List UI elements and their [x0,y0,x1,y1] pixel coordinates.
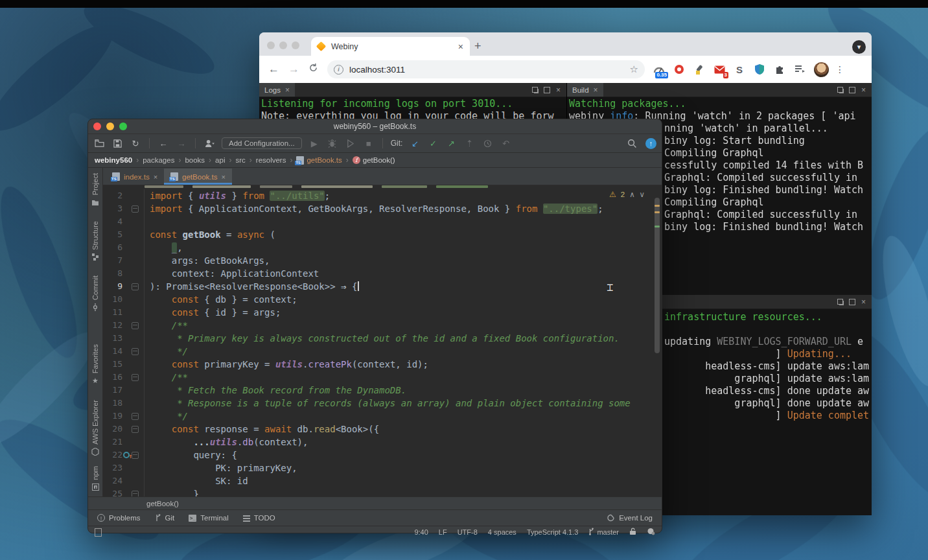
gutter-fold-column[interactable] [122,319,145,332]
sidebar-item-favorites[interactable]: Favorites★ [88,344,102,384]
sidebar-item-structure[interactable]: Structure [88,221,102,261]
toolwindow-button-git[interactable]: Git [155,514,175,522]
build-float-icon[interactable] [837,87,843,93]
logs-pane-tab[interactable]: Logs × [259,83,295,97]
toolwindow-button-problems[interactable]: !Problems [97,514,141,522]
sidebar-item-aws-explorer[interactable]: AWS Explorer [88,400,102,456]
code-line[interactable]: 8 context: ApplicationContext [103,267,662,280]
next-problem-icon[interactable]: ∨ [640,190,645,199]
editor-scrollbar[interactable] [655,198,660,353]
user-profile-icon[interactable] [203,137,215,149]
save-icon[interactable] [111,137,123,149]
code-line[interactable]: 14 */ [103,345,662,358]
code-editor[interactable]: 2import { utils } from "../utils";3impor… [103,185,662,496]
status-line-separator[interactable]: LF [439,528,447,536]
fold-toggle-icon[interactable] [132,413,139,420]
breadcrumb-item-src[interactable]: src [235,156,245,164]
tab-close-icon[interactable]: × [221,173,225,181]
git-history-icon[interactable] [481,137,493,149]
status-indent-style[interactable]: 4 spaces [488,528,516,536]
git-cherry-pick-icon[interactable]: ⇡ [463,137,475,149]
gutter-fold-column[interactable] [122,241,145,254]
fold-toggle-icon[interactable] [132,374,139,381]
red-circle-extension-icon[interactable] [673,63,686,76]
build-maximize-icon[interactable] [849,87,855,93]
toolwindow-button-todo[interactable]: TODO [243,514,275,522]
browser-zoom-button[interactable] [292,41,299,49]
gutter-fold-column[interactable] [122,449,145,461]
fold-toggle-icon[interactable] [132,426,139,433]
tab-close-icon[interactable]: × [458,42,463,51]
logs-maximize-icon[interactable] [544,87,550,93]
navigate-forward-icon[interactable]: → [176,137,187,149]
sidebar-item-npm[interactable]: npm [88,466,102,491]
code-line[interactable]: 5const getBook = async ( [103,228,662,241]
gutter-fold-column[interactable] [122,267,145,280]
logs-float-icon[interactable] [532,87,538,93]
run-icon[interactable]: ▶ [308,137,320,149]
bookmark-star-icon[interactable]: ☆ [630,64,638,75]
gutter-fold-column[interactable] [122,384,145,397]
breadcrumb-item-resolvers[interactable]: resolvers [256,156,286,164]
gutter-fold-column[interactable] [122,189,145,202]
prev-problem-icon[interactable]: ∧ [629,190,634,199]
code-line[interactable]: 18 * Response is a tuple of records (alw… [103,397,662,410]
browser-menu-icon[interactable]: ⋮ [835,64,844,75]
git-branch-widget[interactable]: master [588,528,619,537]
status-file-encoding[interactable]: UTF-8 [458,528,478,536]
back-icon[interactable]: ← [268,63,279,76]
build-tab-close-icon[interactable]: × [594,86,598,95]
gutter-fold-column[interactable] [122,410,145,423]
fold-toggle-icon[interactable] [132,452,139,459]
new-tab-button[interactable]: + [474,41,481,51]
status-typescript-version[interactable]: TypeScript 4.1.3 [527,528,579,536]
code-line[interactable]: 15 const primaryKey = utils.createPk(con… [103,358,662,371]
code-line[interactable]: 10 const { db } = context; [103,293,662,306]
run-with-coverage-icon[interactable] [345,137,356,149]
gutter-fold-column[interactable] [122,436,145,449]
toolwindow-button-terminal[interactable]: >_Terminal [189,514,228,522]
git-push-icon[interactable]: ↗ [445,137,457,149]
gutter-fold-column[interactable] [122,202,145,215]
infra-maximize-icon[interactable] [849,299,855,305]
ide-title-bar[interactable]: webiny560 – getBook.ts [88,119,662,134]
build-close-icon[interactable]: × [861,88,866,93]
ide-update-notification-icon[interactable]: ↑ [645,138,656,149]
fold-toggle-icon[interactable] [132,491,139,497]
lock-icon[interactable] [629,528,636,537]
sidebar-item-project[interactable]: Project [88,173,102,206]
logs-tab-close-icon[interactable]: × [285,86,290,95]
gutter-fold-column[interactable] [122,461,145,474]
editor-tab-index.ts[interactable]: index.ts× [106,169,164,185]
gutter-fold-column[interactable] [122,474,145,487]
editor-tab-getBook.ts[interactable]: getBook.ts× [164,169,232,185]
gutter-fold-column[interactable] [122,280,145,293]
breadcrumb-item-books[interactable]: books [185,156,205,164]
code-line[interactable]: 7 args: GetBookArgs, [103,254,662,267]
gutter-fold-column[interactable] [122,371,145,384]
gutter-fold-column[interactable] [122,487,145,496]
breadcrumb-file[interactable]: getBook.ts [296,156,342,165]
breadcrumb-item-packages[interactable]: packages [143,156,174,164]
code-line[interactable]: 17 * Fetch the Book record from the Dyna… [103,384,662,397]
error-stripe[interactable] [653,185,662,496]
code-line[interactable]: 21 ...utils.db(context), [103,436,662,449]
status-caret-position[interactable]: 9:40 [414,528,428,536]
infra-float-icon[interactable] [837,299,843,305]
gutter-fold-column[interactable] [122,228,145,241]
inspections-widget[interactable]: ⚠ 2 ∧ ∨ [609,190,645,199]
event-log-button[interactable]: Event Log [607,514,653,522]
gauge-extension-icon[interactable]: 0.35 [653,63,666,76]
gutter-fold-column[interactable] [122,254,145,267]
gutter-fold-column[interactable] [122,397,145,410]
profile-avatar[interactable] [814,62,829,77]
code-line[interactable]: 3import { ApplicationContext, GetBookArg… [103,202,662,215]
git-update-icon[interactable]: ↙ [409,137,421,149]
search-everywhere-icon[interactable] [626,137,638,149]
code-line[interactable]: 2import { utils } from "../utils"; [103,189,662,202]
code-line[interactable]: 13 * Primary key is always constructed o… [103,332,662,345]
code-line[interactable]: 12 /** [103,319,662,332]
shield-extension-icon[interactable] [753,63,766,76]
git-rollback-icon[interactable]: ↶ [500,137,511,149]
code-line[interactable]: 11 const { id } = args; [103,306,662,319]
